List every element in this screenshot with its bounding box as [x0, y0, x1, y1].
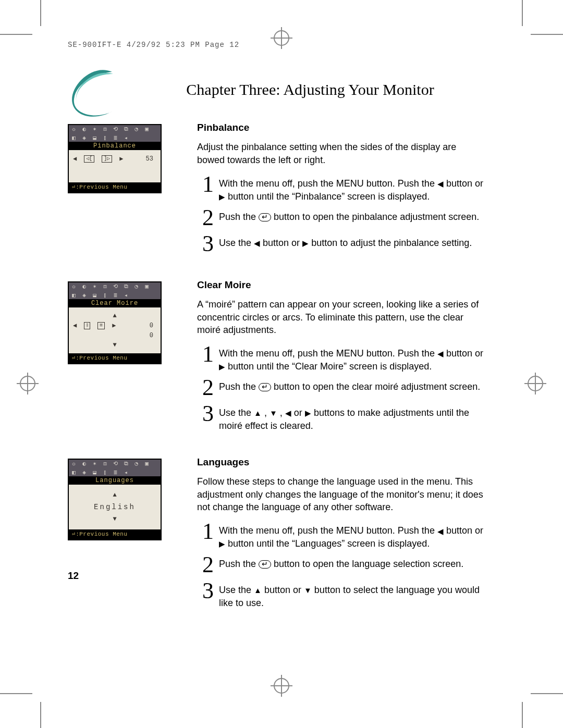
- registration-mark: [524, 373, 546, 394]
- step-number: 3: [197, 579, 219, 610]
- down-arrow-icon: ▼: [270, 410, 277, 416]
- crop-mark: [0, 34, 32, 35]
- right-arrow-icon: ▶: [219, 364, 225, 370]
- osd-title: Languages: [69, 476, 161, 485]
- section-title-clear-moire: Clear Moire: [197, 278, 485, 292]
- osd-arrow-down-icon: ▼: [113, 516, 116, 522]
- left-arrow-icon: ◀: [437, 181, 444, 187]
- intro-text: Adjust the pinbalance setting when the s…: [197, 141, 485, 167]
- registration-mark: [271, 27, 292, 49]
- intro-text: Follow these steps to change the languag…: [197, 475, 485, 514]
- step-item: 3 Use the ◀ button or ▶ button to adjust…: [197, 235, 485, 255]
- osd-title: Clear Moire: [69, 299, 161, 307]
- osd-selected-language: English: [94, 503, 136, 511]
- osd-icon-row: ☼◐✶⧈⟲⧉◔ ▣◧◈⬓⫿≣◂: [69, 282, 161, 299]
- page-number: 12: [68, 570, 79, 582]
- left-arrow-icon: ◀: [437, 351, 444, 357]
- registration-mark: [271, 675, 292, 697]
- right-arrow-icon: ▶: [219, 541, 225, 547]
- osd-languages: ☼◐✶⧈⟲⧉◔ ▣◧◈⬓⫿≣◂ Languages ▲ English ▼ ⏎:…: [68, 459, 162, 540]
- osd-arrow-right-icon: ▶: [119, 156, 123, 162]
- crop-mark: [522, 702, 523, 728]
- step-item: 3 Use the ▲ , ▼ , ◀ or ▶ buttons to make…: [197, 404, 485, 433]
- print-header: SE-900IFT-E 4/29/92 5:23 PM Page 12: [68, 41, 239, 48]
- step-item: 1 With the menu off, push the MENU butto…: [197, 345, 485, 373]
- osd-moire-value1: 0: [150, 323, 153, 329]
- osd-clear-moire: ☼◐✶⧈⟲⧉◔ ▣◧◈⬓⫿≣◂ Clear Moire ▲ ◀ ⫴ ≡ ▶ 0 …: [68, 281, 162, 364]
- osd-title: Pinbalance: [69, 142, 161, 150]
- pinbalance-left-icon: ◁[: [84, 155, 94, 163]
- moire-v-icon: ≡: [97, 322, 105, 329]
- step-item: 2 Push the ↵ button to open the clear mo…: [197, 378, 485, 399]
- osd-arrow-left-icon: ◀: [73, 156, 77, 162]
- step-number: 2: [197, 376, 219, 399]
- right-arrow-icon: ▶: [305, 410, 311, 416]
- right-arrow-icon: ▶: [219, 194, 225, 200]
- left-arrow-icon: ◀: [254, 240, 260, 246]
- step-number: 2: [197, 206, 219, 229]
- section-title-languages: Languages: [197, 455, 485, 469]
- left-arrow-icon: ◀: [285, 410, 291, 416]
- osd-arrow-up-icon: ▲: [113, 492, 116, 498]
- pinbalance-right-icon: ]▷: [102, 155, 112, 163]
- intro-text: A “moiré” pattern can appear on your scr…: [197, 298, 485, 337]
- down-arrow-icon: ▼: [304, 587, 312, 594]
- osd-moire-value2: 0: [150, 332, 153, 339]
- left-arrow-icon: ◀: [437, 528, 444, 535]
- step-number: 3: [197, 402, 219, 433]
- enter-icon: ↵: [259, 213, 271, 221]
- step-item: 1 With the menu off, push the MENU butto…: [197, 175, 485, 203]
- step-number: 1: [197, 343, 219, 373]
- step-number: 2: [197, 553, 219, 576]
- step-number: 1: [197, 520, 219, 550]
- crop-mark: [522, 0, 523, 26]
- enter-icon: ↵: [259, 383, 271, 391]
- crop-mark: [531, 693, 563, 694]
- crop-mark: [0, 693, 32, 694]
- osd-pinbalance-value: 53: [146, 156, 153, 162]
- osd-previous-menu: ⏎:Previous Menu: [69, 182, 161, 192]
- up-arrow-icon: ▲: [254, 410, 262, 416]
- osd-icon-row: ☼◐✶⧈⟲⧉◔ ▣◧◈⬓⫿≣◂: [69, 460, 161, 476]
- osd-previous-menu: ⏎:Previous Menu: [69, 353, 161, 363]
- osd-previous-menu: ⏎:Previous Menu: [69, 529, 161, 539]
- section-title-pinbalance: Pinbalance: [197, 121, 485, 134]
- registration-mark: [17, 373, 39, 394]
- crop-mark: [40, 0, 41, 26]
- step-number: 1: [197, 173, 219, 203]
- osd-icon-row: ☼◐✶⧈⟲⧉◔ ▣◧◈⬓⫿≣◂: [69, 125, 161, 142]
- osd-pinbalance: ☼◐✶⧈⟲⧉◔ ▣◧◈⬓⫿≣◂ Pinbalance ◀ ◁[ ]▷ ▶ 53 …: [68, 124, 162, 193]
- chapter-title: Chapter Three: Adjusting Your Monitor: [136, 80, 485, 99]
- up-arrow-icon: ▲: [254, 587, 262, 594]
- osd-arrow-up-icon: ▲: [113, 313, 116, 319]
- crop-mark: [531, 34, 563, 35]
- step-item: 2 Push the ↵ button to open the pinbalan…: [197, 208, 485, 229]
- enter-icon: ↵: [259, 560, 271, 569]
- step-item: 2 Push the ↵ button to open the language…: [197, 556, 485, 576]
- osd-arrow-down-icon: ▼: [113, 342, 116, 348]
- right-arrow-icon: ▶: [302, 240, 309, 246]
- crop-mark: [40, 702, 41, 728]
- moire-h-icon: ⫴: [84, 322, 90, 329]
- step-number: 3: [197, 232, 219, 255]
- step-item: 1 With the menu off, push the MENU butto…: [197, 522, 485, 550]
- step-item: 3 Use the ▲ button or ▼ button to select…: [197, 582, 485, 610]
